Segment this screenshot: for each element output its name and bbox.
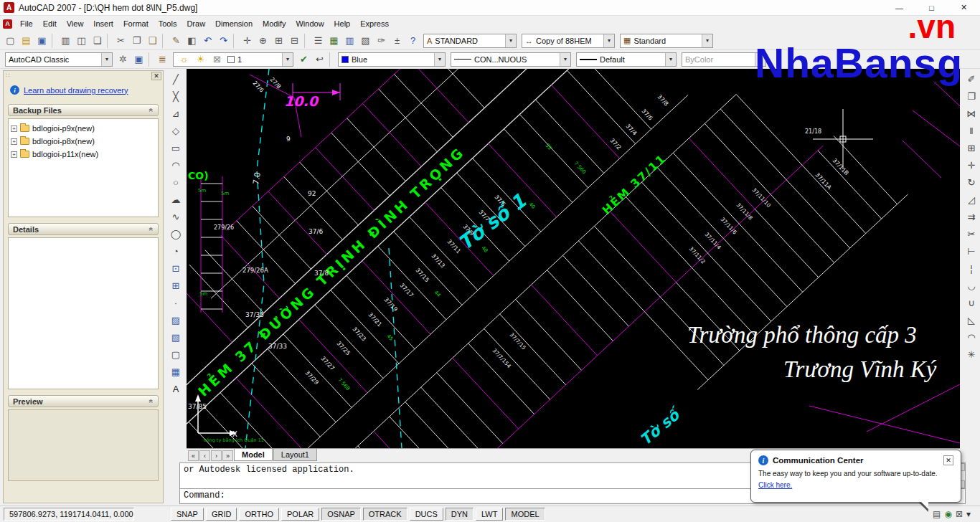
paste-icon[interactable]: ❑ bbox=[145, 33, 160, 48]
copy-clip-icon[interactable]: ❐ bbox=[129, 33, 144, 48]
lineweight-combo[interactable]: Default ▾ bbox=[576, 52, 677, 67]
menu-format[interactable]: Format bbox=[118, 17, 154, 30]
color-combo[interactable]: Blue ▾ bbox=[338, 52, 446, 67]
tool-palettes-icon[interactable]: ▥ bbox=[342, 33, 357, 48]
tray-arrow-icon[interactable]: ▾ bbox=[966, 509, 971, 519]
extend-icon[interactable]: ⊢ bbox=[963, 243, 979, 259]
ellipse-arc-icon[interactable]: ◔ bbox=[168, 243, 184, 259]
region-icon[interactable]: ▢ bbox=[168, 346, 184, 362]
backup-tree-item[interactable]: +bdlogioi-p9x(new) bbox=[11, 122, 156, 135]
mtext-icon[interactable]: A bbox=[168, 381, 184, 397]
menu-draw[interactable]: Draw bbox=[182, 17, 210, 30]
menu-modify[interactable]: Modify bbox=[258, 17, 291, 30]
menu-view[interactable]: View bbox=[62, 17, 89, 30]
expand-icon[interactable]: + bbox=[11, 151, 17, 158]
layer-on-bulb-icon[interactable]: ☼ bbox=[176, 52, 192, 67]
make-object-layer-current-icon[interactable]: ✔ bbox=[296, 52, 311, 67]
status-otrack-toggle[interactable]: OTRACK bbox=[363, 508, 407, 521]
status-model-toggle[interactable]: MODEL bbox=[505, 508, 545, 521]
tab-model[interactable]: Model bbox=[234, 449, 273, 461]
arc-icon[interactable]: ◠ bbox=[168, 157, 184, 173]
offset-icon[interactable]: ‖ bbox=[963, 123, 979, 138]
chevron-up-icon[interactable]: « bbox=[148, 227, 156, 232]
zoom-previous-icon[interactable]: ⊟ bbox=[287, 33, 302, 48]
rotate-icon[interactable]: ↻ bbox=[963, 174, 979, 190]
point-icon[interactable]: ∙ bbox=[168, 295, 184, 310]
workspace-settings-icon[interactable]: ✲ bbox=[116, 52, 131, 67]
break-at-point-icon[interactable]: ¦ bbox=[963, 260, 979, 276]
help-icon[interactable]: ? bbox=[405, 33, 420, 48]
menu-help[interactable]: Help bbox=[329, 17, 356, 30]
make-block-icon[interactable]: ⊞ bbox=[168, 277, 184, 293]
click-here-link[interactable]: Click here. bbox=[758, 481, 792, 489]
tab-scroll-next-icon[interactable]: › bbox=[211, 450, 222, 461]
trim-icon[interactable]: ✂ bbox=[963, 226, 979, 242]
status-polar-toggle[interactable]: POLAR bbox=[281, 508, 319, 521]
minimize-button[interactable]: — bbox=[883, 0, 915, 16]
polygon-icon[interactable]: ◇ bbox=[168, 123, 184, 138]
table-icon[interactable]: ▦ bbox=[168, 364, 184, 379]
workspace-combo[interactable]: AutoCAD Classic ▾ bbox=[5, 52, 113, 67]
rectangle-icon[interactable]: ▭ bbox=[168, 140, 184, 156]
close-button[interactable]: ✕ bbox=[948, 0, 980, 16]
copy-icon[interactable]: ❐ bbox=[963, 88, 979, 104]
menu-file[interactable]: File bbox=[15, 17, 38, 30]
backup-files-header[interactable]: Backup Files « bbox=[8, 104, 159, 116]
open-icon[interactable]: ▤ bbox=[19, 33, 34, 48]
plot-icon[interactable]: ▥ bbox=[58, 33, 73, 48]
status-ducs-toggle[interactable]: DUCS bbox=[410, 508, 443, 521]
join-icon[interactable]: ∪ bbox=[963, 295, 979, 310]
array-icon[interactable]: ⊞ bbox=[963, 140, 979, 156]
backup-tree-item[interactable]: +bdlogioi-p8x(new) bbox=[11, 135, 156, 148]
chevron-down-icon[interactable]: ▾ bbox=[603, 34, 614, 47]
zoom-window-icon[interactable]: ⊞ bbox=[271, 33, 286, 48]
construction-line-icon[interactable]: ╳ bbox=[168, 88, 184, 104]
hatch-icon[interactable]: ▨ bbox=[168, 312, 184, 328]
tab-scroll-prev-icon[interactable]: ‹ bbox=[199, 450, 210, 461]
publish-icon[interactable]: ❏ bbox=[90, 33, 105, 48]
tab-scroll-last-icon[interactable]: » bbox=[222, 450, 233, 461]
block-editor-icon[interactable]: ◧ bbox=[184, 33, 199, 48]
markup-set-manager-icon[interactable]: ✑ bbox=[374, 33, 389, 48]
status-osnap-toggle[interactable]: OSNAP bbox=[321, 508, 361, 521]
dim-style-combo[interactable]: ↔ Copy of 88HEM ▾ bbox=[522, 34, 615, 48]
coordinates-readout[interactable]: 597806.9273, 1191714.0411, 0.0000 bbox=[4, 508, 134, 521]
plot-status-icon[interactable]: ▤ bbox=[933, 509, 941, 519]
circle-icon[interactable]: ○ bbox=[168, 174, 184, 190]
layer-previous-icon[interactable]: ↩ bbox=[312, 52, 327, 67]
sheet-set-manager-icon[interactable]: ▧ bbox=[358, 33, 373, 48]
menu-express[interactable]: Express bbox=[355, 17, 394, 30]
expand-icon[interactable]: + bbox=[11, 125, 17, 132]
linetype-combo[interactable]: CON...NUOUS ▾ bbox=[451, 52, 571, 67]
line-icon[interactable]: ╱ bbox=[168, 71, 184, 87]
properties-icon[interactable]: ☰ bbox=[311, 33, 326, 48]
chevron-down-icon[interactable]: ▾ bbox=[505, 34, 516, 47]
status-dyn-toggle[interactable]: DYN bbox=[446, 508, 473, 521]
stretch-icon[interactable]: ⇉ bbox=[963, 209, 979, 224]
status-lwt-toggle[interactable]: LWT bbox=[476, 508, 503, 521]
chevron-down-icon[interactable]: ▾ bbox=[282, 53, 293, 66]
insert-block-icon[interactable]: ⊡ bbox=[168, 260, 184, 276]
palette-grip-icon[interactable]: ∷ bbox=[6, 72, 10, 79]
drawing-canvas[interactable]: HẺM 37 ĐƯỜNG TRỊNH ĐÌNH TRỌNGHẺM 37/11Tờ… bbox=[187, 69, 960, 448]
chevron-up-icon[interactable]: « bbox=[148, 108, 156, 113]
scale-icon[interactable]: ◿ bbox=[963, 191, 979, 207]
quickcalc-icon[interactable]: ± bbox=[390, 33, 405, 48]
workspace-save-icon[interactable]: ▣ bbox=[131, 52, 146, 67]
explode-icon[interactable]: ✳ bbox=[963, 346, 979, 362]
chevron-down-icon[interactable]: ▾ bbox=[560, 53, 570, 66]
mirror-icon[interactable]: ⋈ bbox=[963, 105, 979, 121]
menu-tools[interactable]: Tools bbox=[154, 17, 182, 30]
layer-lock-icon[interactable]: ⊠ bbox=[209, 52, 225, 67]
menu-window[interactable]: Window bbox=[291, 17, 329, 30]
zoom-realtime-icon[interactable]: ⊕ bbox=[255, 33, 270, 48]
toolbar-lock-icon[interactable]: ⊠ bbox=[956, 509, 963, 519]
chevron-down-icon[interactable]: ▾ bbox=[702, 34, 712, 47]
erase-icon[interactable]: ✐ bbox=[963, 71, 979, 87]
ellipse-icon[interactable]: ◯ bbox=[168, 226, 184, 242]
revcloud-icon[interactable]: ☁ bbox=[168, 191, 184, 207]
status-snap-toggle[interactable]: SNAP bbox=[171, 508, 204, 521]
tab-layout1[interactable]: Layout1 bbox=[273, 449, 317, 461]
break-icon[interactable]: ◡ bbox=[963, 277, 979, 293]
status-ortho-toggle[interactable]: ORTHO bbox=[239, 508, 279, 521]
